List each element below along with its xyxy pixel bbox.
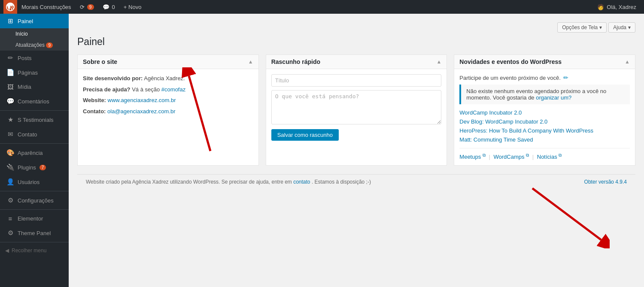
comentarios-icon: 💬	[6, 97, 14, 105]
news-widget: Novidades e eventos do WordPress ▲ Parti…	[454, 54, 635, 166]
news-widget-toggle[interactable]: ▲	[625, 59, 630, 65]
sidebar-submenu-painel: Início Atualizações 9	[0, 28, 69, 51]
about-website-line: Website: www.agenciaxadrez.com.br	[83, 96, 253, 105]
news-event-line: Participe de um evento próximo de você. …	[459, 74, 630, 81]
organizar-link[interactable]: organizar um?	[536, 94, 571, 101]
about-widget-header: Sobre o site ▲	[78, 55, 258, 69]
draft-body-textarea[interactable]	[271, 90, 442, 124]
sidebar-item-contato[interactable]: ✉ Contato	[0, 127, 69, 142]
news-link-2[interactable]: HeroPress: How To Build A Company With W…	[459, 127, 630, 134]
sidebar-item-usuarios[interactable]: 👤 Usuários	[0, 175, 69, 189]
midia-icon: 🖼	[6, 83, 14, 91]
wp-footer: Website criado pela Agência Xadrez utili…	[77, 174, 635, 189]
comofaz-link[interactable]: #comofaz	[161, 86, 185, 93]
news-link-0[interactable]: WordCamp Incubator 2.0	[459, 109, 630, 116]
svg-line-3	[532, 188, 601, 240]
widgets-grid: Sobre o site ▲ Site desenvolvido por: Ag…	[77, 54, 635, 166]
sidebar-collapse[interactable]: ◀ Recolher menu	[0, 244, 69, 257]
site-name-label: Morais Construções	[21, 4, 71, 10]
greeting-icon: 🧑	[597, 4, 604, 10]
news-footer: Meetups ⧉ | WordCamps ⧉ | Notícias ⧉	[459, 148, 630, 160]
quickdraft-widget-toggle[interactable]: ▲	[436, 59, 441, 65]
atualizacoes-badge: 9	[46, 42, 53, 48]
sidebar-item-stestimonials[interactable]: ★ S Testimonials	[0, 112, 69, 127]
adminbar-updates[interactable]: ⟳ 9	[76, 0, 98, 14]
pencil-icon[interactable]: ✏	[563, 74, 568, 81]
sidebar-item-elementor[interactable]: ≡ Elementor	[0, 211, 69, 226]
quickdraft-widget-title: Rascunho rápido	[271, 58, 320, 65]
help-chevron-icon: ▾	[628, 24, 631, 30]
adminbar-greeting: 🧑 Olá, Xadrez	[593, 4, 641, 10]
footer-text: Website criado pela Agência Xadrez utili…	[86, 179, 371, 185]
chevron-down-icon: ▾	[599, 24, 602, 30]
adminbar-comments[interactable]: 💬 0	[98, 0, 119, 14]
sidebar-item-themepanel[interactable]: ⚙ Theme Panel	[0, 226, 69, 240]
comments-icon: 💬	[103, 4, 109, 10]
sidebar-item-comentarios[interactable]: 💬 Comentários	[0, 94, 69, 109]
help-button[interactable]: Ajuda ▾	[608, 22, 635, 33]
about-widget: Sobre o site ▲ Site desenvolvido por: Ag…	[77, 54, 259, 166]
news-link-3[interactable]: Matt: Commuting Time Saved	[459, 136, 630, 143]
topbar: Opções de Tela ▾ Ajuda ▾	[77, 22, 635, 33]
news-widget-header: Novidades e eventos do WordPress ▲	[454, 55, 635, 69]
meetups-ext-icon: ⧉	[483, 153, 486, 157]
sidebar-item-midia[interactable]: 🖼 Mídia	[0, 80, 69, 94]
sidebar-item-painel[interactable]: ⊞ Painel	[0, 14, 69, 28]
about-dev-line: Site desenvolvido por: Agência Xadrez.	[83, 74, 253, 83]
adminbar-site[interactable]: Morais Construções	[17, 0, 76, 14]
contact-email-link[interactable]: ola@agenciaxadrez.com.br	[107, 108, 175, 115]
posts-icon: ✏	[6, 54, 14, 62]
sidebar-item-plugins[interactable]: 🔌 Plugins 7	[0, 160, 69, 175]
sidebar-item-paginas[interactable]: 📄 Páginas	[0, 65, 69, 80]
news-link-1[interactable]: Dev Blog: WordCamp Incubator 2.0	[459, 118, 630, 125]
usuarios-icon: 👤	[6, 178, 14, 186]
about-widget-body: Site desenvolvido por: Agência Xadrez. P…	[78, 69, 258, 123]
quickdraft-widget-body: Salvar como rascunho	[266, 69, 447, 146]
quickdraft-widget: Rascunho rápido ▲ Salvar como rascunho	[266, 54, 447, 166]
news-widget-body: Participe de um evento próximo de você. …	[454, 69, 635, 165]
collapse-icon: ◀	[5, 248, 9, 254]
sidebar-item-aparencia[interactable]: 🎨 Aparência	[0, 145, 69, 160]
themepanel-icon: ⚙	[6, 229, 14, 237]
sidebar-item-atualizacoes[interactable]: Atualizações 9	[0, 39, 69, 51]
quickdraft-widget-header: Rascunho rápido ▲	[266, 55, 447, 69]
plugins-icon: 🔌	[6, 163, 14, 171]
stestimonials-icon: ★	[6, 116, 14, 124]
news-alert-box: Não existe nenhum evento agendado próxim…	[459, 85, 630, 104]
wp-logo[interactable]	[3, 0, 17, 14]
adminbar-new[interactable]: + Novo	[119, 0, 146, 14]
updates-icon: ⟳	[80, 4, 85, 10]
about-help-line: Precisa de ajuda? Vá à seção #comofaz	[83, 85, 253, 94]
contato-icon: ✉	[6, 130, 14, 138]
website-link[interactable]: www.agenciaxadrez.com.br	[108, 97, 176, 103]
screen-options-button[interactable]: Opções de Tela ▾	[557, 22, 607, 33]
plugins-badge: 7	[39, 165, 46, 170]
aparencia-icon: 🎨	[6, 149, 14, 157]
meetups-link[interactable]: Meetups	[459, 154, 481, 160]
sidebar-item-configuracoes[interactable]: ⚙ Configurações	[0, 193, 69, 208]
paginas-icon: 📄	[6, 69, 14, 76]
painel-icon: ⊞	[6, 17, 14, 25]
page-title: Painel	[77, 36, 635, 48]
wordcamps-ext-icon: ⧉	[526, 153, 529, 157]
sidebar-item-inicio[interactable]: Início	[0, 28, 69, 39]
footer-version-link[interactable]: Obter versão 4.9.4	[584, 179, 627, 185]
noticias-link[interactable]: Notícias	[537, 154, 557, 160]
configuracoes-icon: ⚙	[6, 196, 14, 204]
sidebar: ⊞ Painel Início Atualizações 9 ✏ Posts 📄…	[0, 14, 69, 287]
noticias-ext-icon: ⧉	[559, 153, 562, 157]
main-content: Opções de Tela ▾ Ajuda ▾ Painel	[69, 14, 644, 287]
footer-contact-link[interactable]: contato	[293, 179, 310, 185]
about-contact-line: Contato: ola@agenciaxadrez.com.br	[83, 107, 253, 116]
about-widget-toggle[interactable]: ▲	[248, 59, 253, 65]
draft-title-input[interactable]	[271, 74, 442, 87]
admin-bar: Morais Construções ⟳ 9 💬 0 + Novo 🧑 Olá,…	[0, 0, 644, 14]
news-widget-title: Novidades e eventos do WordPress	[459, 58, 562, 65]
wordcamps-link[interactable]: WordCamps	[493, 154, 524, 160]
annotation-arrow-2	[524, 184, 610, 248]
about-widget-title: Sobre o site	[83, 58, 117, 65]
save-draft-button[interactable]: Salvar como rascunho	[271, 129, 339, 141]
sidebar-item-posts[interactable]: ✏ Posts	[0, 51, 69, 65]
updates-badge: 9	[87, 4, 94, 10]
widgets-wrapper: Sobre o site ▲ Site desenvolvido por: Ag…	[77, 54, 635, 166]
